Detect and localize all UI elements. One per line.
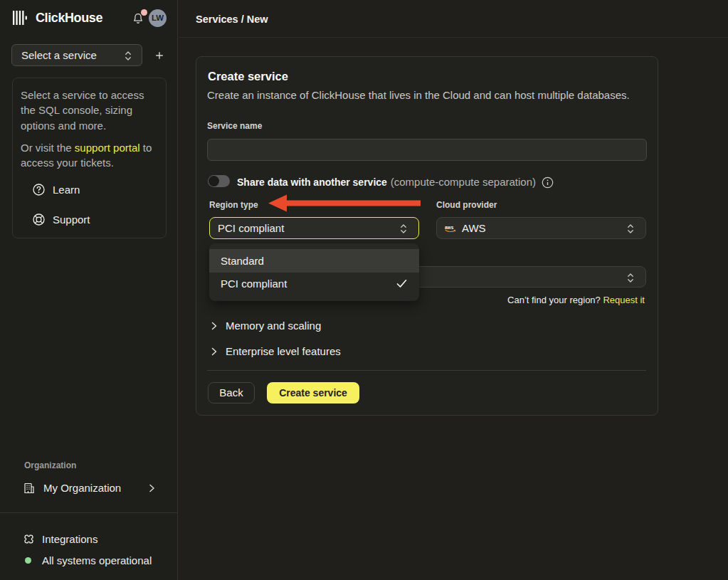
svg-text:aws: aws [445,225,454,230]
